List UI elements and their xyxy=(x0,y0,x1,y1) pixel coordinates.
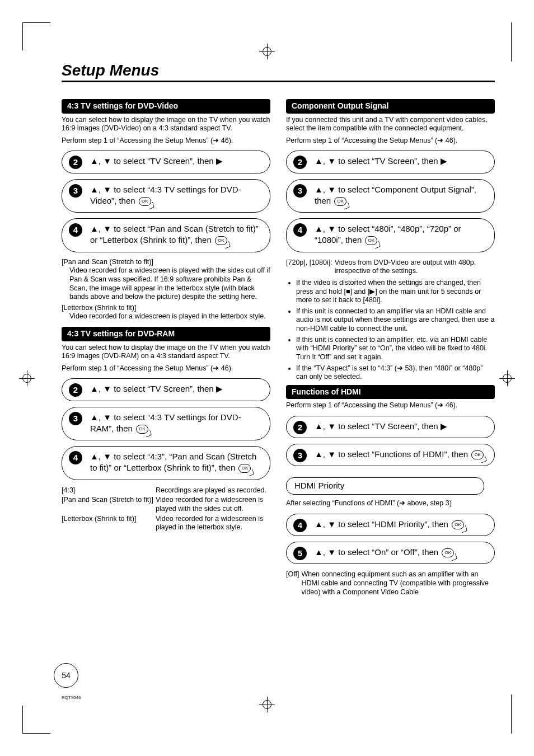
step-text: to select “HDMI Priority”, then xyxy=(336,519,451,529)
step-number-icon: 2 xyxy=(69,383,82,397)
step-number-icon: 2 xyxy=(69,156,82,169)
right-arrow-icon xyxy=(441,156,447,166)
ok-button-icon: OK xyxy=(139,197,151,206)
def-desc: Video recorded for a widescreen is playe… xyxy=(156,514,270,533)
section-header-dvd-video: 4:3 TV settings for DVD-Video xyxy=(62,99,270,114)
step-text: to select “480i”, “480p”, “720p” or “108… xyxy=(315,224,461,245)
registration-mark-bottom xyxy=(259,697,275,712)
down-arrow-icon xyxy=(103,156,111,166)
step-4-dvd-video: 4 , to select “Pan and Scan (Stretch to … xyxy=(62,218,270,252)
perform-step-ref: Perform step 1 of “Accessing the Setup M… xyxy=(62,137,270,145)
bullet-list: If the video is distorted when the setti… xyxy=(296,279,495,382)
step-number-icon: 4 xyxy=(69,451,82,464)
step-number-icon: 4 xyxy=(69,223,82,237)
up-arrow-icon xyxy=(90,185,99,194)
section-header-component: Component Output Signal xyxy=(286,99,495,114)
ok-button-icon: OK xyxy=(471,450,484,459)
footer-code: RQT9046 xyxy=(62,695,81,700)
note-desc: Videos from DVD-Video are output with 48… xyxy=(335,258,495,276)
list-item: If this unit is connected to an amplifie… xyxy=(296,307,495,334)
step-3-dvd-ram: 3 , to select “4:3 TV settings for DVD-R… xyxy=(62,407,270,441)
step-number-icon: 4 xyxy=(293,223,307,237)
intro-dvd-ram: You can select how to display the image … xyxy=(62,344,270,361)
step-number-icon: 2 xyxy=(293,156,307,169)
down-arrow-icon xyxy=(327,224,336,233)
step-text: to select “TV Screen”, then xyxy=(111,156,216,166)
step-text: to select “4:3”, “Pan and Scan (Stretch … xyxy=(90,452,256,472)
table-row: [Off] When connecting equipment such as … xyxy=(286,570,495,597)
section-header-dvd-ram: 4:3 TV settings for DVD-RAM xyxy=(62,327,270,341)
crop-mark-tl xyxy=(22,22,50,50)
up-arrow-icon xyxy=(90,224,99,233)
page-title: Setup Menus xyxy=(62,62,495,82)
def-desc: Recordings are played as recorded. xyxy=(156,486,270,496)
after-note: After selecting “Functions of HDMI” (➜ a… xyxy=(286,499,495,508)
def-term: [Pan and Scan (Stretch to fit)] xyxy=(62,258,270,267)
registration-mark-left xyxy=(19,370,35,386)
up-arrow-icon xyxy=(315,547,323,557)
right-arrow-icon xyxy=(216,384,223,393)
ok-button-icon: OK xyxy=(215,236,227,245)
play-icon xyxy=(369,288,375,295)
table-row: [Pan and Scan (Stretch to fit)] Video re… xyxy=(62,495,270,514)
step-5-hdmi: 5 , to select “On” or “Off”, then OK xyxy=(286,542,495,564)
step-number-icon: 3 xyxy=(69,412,82,425)
def-term: [Off] xyxy=(286,570,301,597)
def-desc: Video recorded for a widescreen is playe… xyxy=(156,495,270,514)
registration-mark-top xyxy=(259,44,275,59)
registration-mark-right xyxy=(499,370,515,386)
down-arrow-icon xyxy=(103,452,111,461)
definition-list: [Pan and Scan (Stretch to fit)] Video re… xyxy=(62,258,270,321)
down-arrow-icon xyxy=(327,519,336,529)
up-arrow-icon xyxy=(90,156,99,166)
table-row: [720p], [1080i]: Videos from DVD-Video a… xyxy=(286,258,495,276)
list-item: If the video is distorted when the setti… xyxy=(296,279,495,305)
table-row: [Letterbox (Shrink to fit)] Video record… xyxy=(62,514,270,533)
step-2-dvd-ram: 2 , to select “TV Screen”, then xyxy=(62,378,270,401)
step-number-icon: 2 xyxy=(293,421,307,434)
up-arrow-icon xyxy=(315,449,323,459)
ok-button-icon: OK xyxy=(452,520,464,529)
def-term: [4:3] xyxy=(62,486,156,496)
table-row: [4:3] Recordings are played as recorded. xyxy=(62,486,270,496)
step-text: to select “TV Screen”, then xyxy=(336,156,441,166)
step-text: to select “On” or “Off”, then xyxy=(336,547,441,557)
down-arrow-icon xyxy=(103,185,111,194)
up-arrow-icon xyxy=(315,156,323,166)
up-arrow-icon xyxy=(90,412,99,422)
crop-mark-br xyxy=(507,694,512,734)
down-arrow-icon xyxy=(103,412,111,422)
perform-step-ref: Perform step 1 of “Accessing the Setup M… xyxy=(286,137,495,145)
up-arrow-icon xyxy=(90,452,99,461)
step-3-component: 3 , to select “Component Output Signal”,… xyxy=(286,179,495,213)
step-number-icon: 5 xyxy=(293,547,307,560)
crop-mark-tr xyxy=(507,22,512,62)
def-term: [Pan and Scan (Stretch to fit)] xyxy=(62,495,156,514)
section-header-hdmi: Functions of HDMI xyxy=(286,385,495,400)
page-number: 54 xyxy=(54,663,78,688)
ok-button-icon: OK xyxy=(334,197,346,206)
columns: 4:3 TV settings for DVD-Video You can se… xyxy=(62,97,495,597)
definition-table: [4:3] Recordings are played as recorded.… xyxy=(62,486,270,533)
ok-button-icon: OK xyxy=(136,425,148,434)
bullet-text: ] and [ xyxy=(350,288,370,295)
step-2-hdmi: 2 , to select “TV Screen”, then xyxy=(286,416,495,438)
step-number-icon: 4 xyxy=(293,519,307,532)
right-column: Component Output Signal If you connected… xyxy=(286,97,495,597)
perform-step-ref: Perform step 1 of “Accessing the Setup M… xyxy=(62,364,270,373)
intro-dvd-video: You can select how to display the image … xyxy=(62,116,270,133)
page-content: Setup Menus 4:3 TV settings for DVD-Vide… xyxy=(62,62,495,678)
perform-step-ref: Perform step 1 of “Accessing the Setup M… xyxy=(286,401,495,410)
step-text: to select “TV Screen”, then xyxy=(111,384,216,393)
step-4-component: 4 , to select “480i”, “480p”, “720p” or … xyxy=(286,218,495,252)
up-arrow-icon xyxy=(315,519,323,529)
definition-table: [Off] When connecting equipment such as … xyxy=(286,570,495,597)
down-arrow-icon xyxy=(327,547,336,557)
ok-button-icon: OK xyxy=(365,236,377,245)
step-text: to select “TV Screen”, then xyxy=(336,421,441,431)
ok-button-icon: OK xyxy=(442,548,454,557)
step-4-hdmi: 4 , to select “HDMI Priority”, then OK xyxy=(286,514,495,536)
ok-button-icon: OK xyxy=(238,464,251,473)
list-item: If the “TV Aspect” is set to “4:3” (➜ 53… xyxy=(296,364,495,382)
def-term: [Letterbox (Shrink to fit)] xyxy=(62,304,270,313)
